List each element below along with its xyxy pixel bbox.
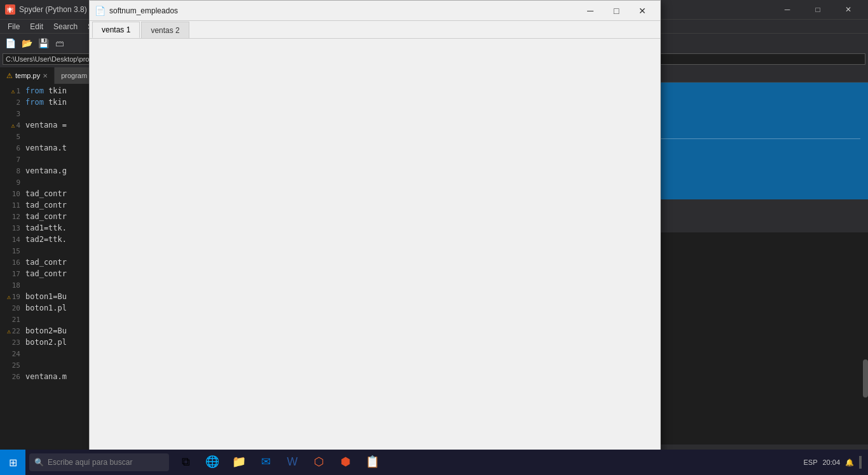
console-scrollbar[interactable] [863,232,868,445]
code-line-16: 16 tad_contr [0,257,92,268]
dialog-tab-ventas2[interactable]: ventas 2 [141,22,189,38]
taskbar-show-desktop[interactable] [859,456,862,469]
taskbar-clock: 20:04 [822,458,840,467]
dialog-close-button[interactable]: ✕ [630,2,655,20]
code-line-7: 7 [0,154,92,165]
dialog-title: 📄 softnum_empleados [95,6,178,16]
code-line-26: 26 ventana.m [0,371,92,382]
code-line-19: ⚠19 boton1=Bu [0,291,92,302]
console-scrollbar-thumb [863,359,868,398]
new-file-button[interactable]: 📄 [3,36,18,51]
taskbar-time: 20:04 [822,458,840,467]
titlebar-controls: ─ □ ✕ [773,0,863,19]
dialog-tab-ventas1[interactable]: ventas 1 [92,22,140,38]
dialog-controls: ─ □ ✕ [578,2,655,20]
taskbar-search-placeholder: Escribe aquí para buscar [48,458,132,467]
dialog-content [90,39,660,457]
code-line-23: 23 boton2.pl [0,337,92,348]
editor-tab-temp[interactable]: ⚠ temp.py ✕ [0,67,55,84]
code-line-14: 14 tad2=ttk. [0,234,92,245]
taskbar-search[interactable]: 🔍 Escribe aquí para buscar [29,453,169,471]
open-file-button[interactable]: 📂 [19,36,34,51]
taskbar-word-button[interactable]: W [280,450,305,475]
taskbar-items: ⧉ 🌐 📁 ✉ W ⬡ ⬢ 📋 [173,450,797,475]
taskbar-language: ESP [803,458,817,466]
taskbar-mail-button[interactable]: ✉ [253,450,278,475]
dialog-title-text: softnum_empleados [109,6,178,15]
line-warning-1: ⚠ [11,88,15,95]
taskbar-app2-button[interactable]: ⬢ [333,450,358,475]
code-line-18: 18 [0,279,92,291]
code-line-17: 17 tad_contr [0,268,92,279]
code-line-21: 21 [0,314,92,325]
editor-tabs: ⚠ temp.py ✕ program [0,66,92,84]
taskbar-right: ESP 20:04 🔔 [797,456,868,469]
dialog-maximize-button[interactable]: □ [604,2,629,20]
code-line-25: 25 [0,359,92,371]
code-line-5: 5 [0,131,92,142]
code-line-2: 2 from tkin [0,97,92,108]
dialog-titlebar: 📄 softnum_empleados ─ □ ✕ [90,1,660,21]
code-line-3: 3 [0,108,92,119]
code-line-10: 10 tad_contr [0,188,92,199]
menu-file[interactable]: File [3,20,25,34]
taskbar: ⊞ 🔍 Escribe aquí para buscar ⧉ 🌐 📁 ✉ W ⬡… [0,450,868,475]
save-all-button[interactable]: 🗃 [52,36,67,51]
code-line-6: 6 ventana.t [0,142,92,154]
editor-tab-close-temp[interactable]: ✕ [43,72,48,79]
tab-warning-icon: ⚠ [6,72,13,80]
save-file-button[interactable]: 💾 [36,36,51,51]
taskbar-notepad-button[interactable]: 📋 [360,450,385,475]
line-warning-4: ⚠ [11,122,15,129]
line-warning-22: ⚠ [7,328,11,335]
spyder-minimize-button[interactable]: ─ [773,0,802,19]
code-line-24: 24 [0,348,92,359]
start-button[interactable]: ⊞ [0,450,25,475]
taskbar-edge-button[interactable]: 🌐 [200,450,225,475]
code-line-22: ⚠22 boton2=Bu [0,325,92,337]
taskbar-app1-button[interactable]: ⬡ [306,450,332,475]
dialog-minimize-button[interactable]: ─ [578,2,603,20]
taskbar-explorer-button[interactable]: 📁 [226,450,252,475]
code-line-15: 15 [0,245,92,257]
taskbar-multitask-button[interactable]: ⧉ [173,450,198,475]
code-line-11: 11 tad_contr [0,199,92,211]
code-line-1: ⚠1 from tkin [0,85,92,97]
editor-tab-program[interactable]: program [55,67,92,84]
code-line-8: 8 ventana.g [0,165,92,177]
editor-panel: ⚠ temp.py ✕ program ⚠1 from tkin 2 from … [0,66,92,475]
code-line-13: 13 tad1=ttk. [0,222,92,234]
menu-edit[interactable]: Edit [25,20,48,34]
spyder-maximize-button[interactable]: □ [803,0,832,19]
dialog-tabs: ventas 1 ventas 2 [90,21,660,39]
taskbar-notification-icon[interactable]: 🔔 [845,458,854,467]
search-icon: 🔍 [34,458,44,467]
editor-tab-program-label: program [61,72,87,79]
code-line-12: 12 tad_contr [0,211,92,222]
spyder-close-button[interactable]: ✕ [834,0,863,19]
editor-content[interactable]: ⚠1 from tkin 2 from tkin 3 ⚠4 ventana = … [0,84,92,475]
code-line-4: ⚠4 ventana = [0,119,92,131]
titlebar-left: 🕷 Spyder (Python 3.8) [5,4,87,15]
float-dialog: 📄 softnum_empleados ─ □ ✕ ventas 1 venta… [89,0,661,457]
dialog-icon: 📄 [95,6,105,16]
code-line-20: 20 boton1.pl [0,302,92,314]
spyder-title: Spyder (Python 3.8) [19,5,87,14]
spyder-icon: 🕷 [5,4,15,15]
code-line-9: 9 [0,177,92,188]
editor-tab-temp-label: temp.py [15,72,40,79]
menu-search[interactable]: Search [48,20,83,34]
line-warning-19: ⚠ [7,293,11,300]
